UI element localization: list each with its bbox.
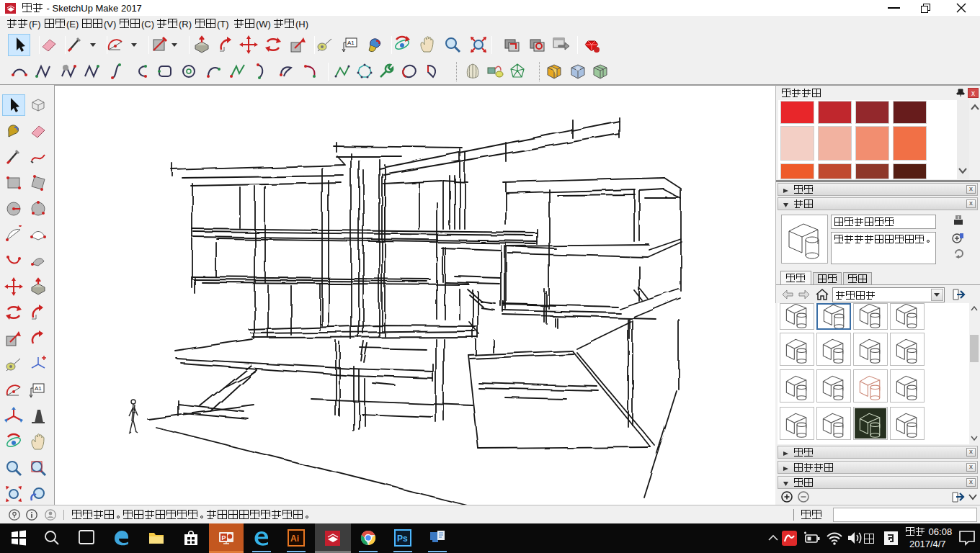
svg-text:Ps: Ps: [397, 534, 408, 544]
svg-text:Ai: Ai: [290, 534, 299, 544]
svg-text:A1: A1: [35, 385, 42, 392]
svg-text:A1: A1: [347, 40, 355, 46]
svg-text:P: P: [222, 534, 226, 541]
